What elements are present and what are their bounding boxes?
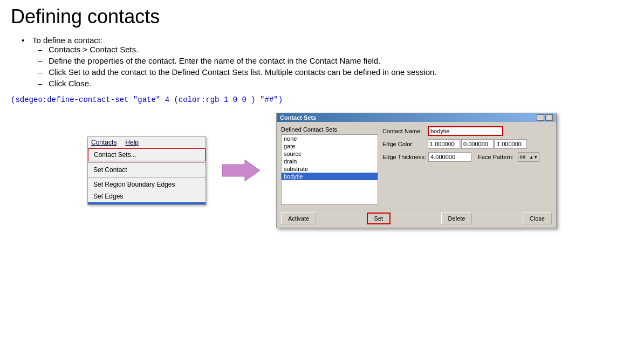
sub-text-2: Define the properties of the contact. En… (49, 56, 380, 65)
bullet-dot: • (22, 36, 32, 45)
sub-dash: – (38, 45, 49, 54)
contact-sets-list[interactable]: none gate source drain substrate bodytie (281, 134, 378, 204)
face-pattern-arrow-icon: ▲▼ (529, 155, 538, 160)
dialog-footer: Activate Set Delete Close (277, 209, 556, 228)
right-arrow-icon (222, 157, 260, 184)
set-button[interactable]: Set (367, 213, 391, 224)
list-item-none[interactable]: none (282, 135, 378, 142)
face-pattern-value: ## (519, 154, 525, 160)
sub-item-3: – Click Set to add the contact to the De… (38, 67, 437, 77)
menu-divider-1 (88, 162, 205, 163)
bullet-text: To define a contact: (32, 36, 102, 45)
list-item-substrate[interactable]: substrate (282, 165, 378, 173)
bullet-list: • To define a contact: – Contacts > Cont… (22, 36, 633, 90)
dialog-titlebar: Contact Sets _ x (277, 113, 556, 122)
activate-button[interactable]: Activate (281, 213, 316, 224)
list-item-drain[interactable]: drain (282, 158, 378, 165)
dialog-title: Contact Sets (280, 114, 316, 121)
menu-item-set-region[interactable]: Set Region Boundary Edges (88, 179, 205, 190)
defined-label: Defined Contact Sets (281, 126, 378, 133)
sub-text-4: Click Close. (49, 79, 91, 88)
dialog-body: Defined Contact Sets none gate source dr… (277, 122, 556, 209)
contact-name-label: Contact Name: (382, 128, 426, 134)
left-panel: Defined Contact Sets none gate source dr… (281, 126, 378, 204)
edge-color-g[interactable] (461, 139, 494, 149)
page-container: Defining contacts • To define a contact:… (0, 0, 644, 234)
dialog-controls: _ x (537, 114, 553, 121)
list-item-source[interactable]: source (282, 150, 378, 158)
face-pattern-label: Face Pattern: (478, 154, 516, 160)
delete-button[interactable]: Delete (441, 213, 472, 224)
list-item-gate[interactable]: gate (282, 142, 378, 150)
menu-item-contact-sets[interactable]: Contact Sets... (88, 148, 205, 161)
edge-color-row: Edge Color: (382, 139, 552, 149)
svg-marker-0 (222, 160, 260, 181)
contact-name-row: Contact Name: (382, 126, 552, 136)
sub-text-3: Click Set to add the contact to the Defi… (49, 67, 437, 77)
close-titlebar-button[interactable]: x (545, 114, 553, 121)
close-button[interactable]: Close (523, 213, 552, 224)
menu-bar-contacts[interactable]: Contacts (91, 139, 117, 146)
list-item-bodytie[interactable]: bodytie (282, 173, 378, 180)
menu-bar: Contacts Help (88, 137, 205, 148)
sub-dash-3: – (38, 67, 49, 77)
sub-item-2: – Define the properties of the contact. … (38, 56, 437, 65)
menu-bar-help[interactable]: Help (125, 139, 139, 146)
edge-color-b[interactable] (495, 139, 527, 149)
edge-thickness-label: Edge Thickness: (382, 154, 426, 160)
sub-list: – Contacts > Contact Sets. – Define the … (38, 45, 437, 88)
code-line: (sdegeo:define-contact-set "gate" 4 (col… (11, 95, 633, 104)
arrow-container (222, 157, 260, 184)
sub-item-4: – Click Close. (38, 79, 437, 88)
sub-dash-2: – (38, 56, 49, 65)
menu-divider-2 (88, 177, 205, 177)
menu-item-set-edges[interactable]: Set Edges (88, 190, 205, 202)
edge-thickness-input[interactable] (428, 152, 471, 162)
edge-color-label: Edge Color: (382, 141, 426, 147)
color-fields (428, 139, 527, 149)
face-pattern-select[interactable]: ## ▲▼ (518, 152, 539, 162)
edge-color-r[interactable] (428, 139, 460, 149)
thickness-row: Edge Thickness: Face Pattern: ## ▲▼ (382, 152, 552, 162)
contact-name-input[interactable] (428, 126, 503, 136)
menu-bottom-bar (88, 202, 205, 204)
sub-item-1: – Contacts > Contact Sets. (38, 45, 437, 54)
bullet-item-1: • To define a contact: – Contacts > Cont… (22, 36, 633, 90)
menu-popup: Contacts Help Contact Sets... Set Contac… (87, 136, 206, 205)
sub-dash-4: – (38, 79, 49, 88)
ui-illustration: Contacts Help Contact Sets... Set Contac… (11, 113, 633, 228)
right-panel: Contact Name: Edge Color: (382, 126, 552, 204)
page-title: Defining contacts (11, 5, 633, 28)
minimize-button[interactable]: _ (537, 114, 544, 121)
menu-item-set-contact[interactable]: Set Contact (88, 164, 205, 176)
sub-text-1: Contacts > Contact Sets. (49, 45, 138, 54)
contact-sets-dialog: Contact Sets _ x Defined Contact Sets no… (276, 113, 557, 228)
